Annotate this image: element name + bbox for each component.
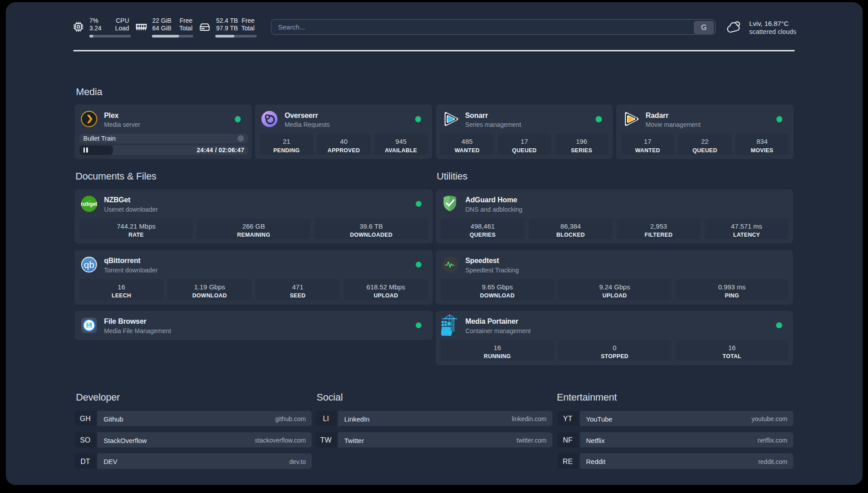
svg-text:qb: qb [84, 259, 94, 270]
svg-text:nzbget: nzbget [81, 201, 97, 207]
